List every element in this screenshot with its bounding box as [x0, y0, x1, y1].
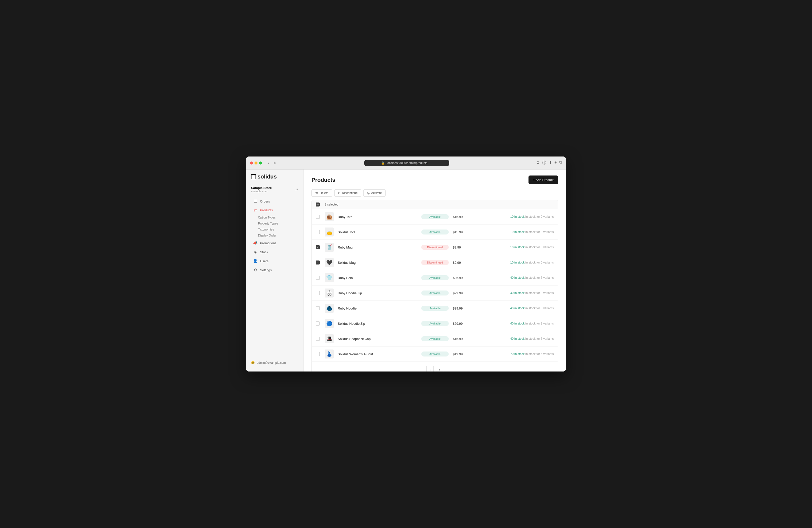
add-product-button[interactable]: + Add Product [528, 176, 558, 184]
logo-icon: [] [251, 174, 256, 179]
sidebar-item-products[interactable]: 🏷 Products [248, 206, 301, 214]
delete-button[interactable]: 🗑 Delete [311, 189, 332, 197]
product-name: Solidus Tote [338, 230, 417, 234]
row-checkbox[interactable] [316, 291, 320, 295]
settings-icon[interactable]: ✳ [272, 161, 277, 165]
table-row: 👗 Solidus Women's T-Shirt Available $19.… [312, 347, 558, 362]
maximize-button[interactable] [259, 161, 262, 164]
row-checkbox[interactable] [316, 276, 320, 280]
prev-page-button[interactable]: ‹ [426, 366, 434, 371]
sidebar-footer: 😊 admin@example.com [246, 358, 303, 367]
product-image: 🎩 [325, 334, 334, 343]
status-badge: Available [421, 230, 449, 235]
product-image: 👕 [325, 273, 334, 282]
status-badge: Discontinued [421, 260, 449, 265]
user-avatar-icon: 😊 [251, 361, 255, 365]
gear-icon[interactable]: ⚙ [536, 160, 540, 165]
products-table: 2 selected. 👜 Ruby Tote Available $15.99… [311, 200, 558, 371]
stock-count: 40 in stock [510, 337, 524, 340]
stock-info: 40 in stock in stock for 3 variants [474, 322, 554, 325]
stock-count: 40 in stock [510, 276, 524, 279]
sidebar-item-option-types[interactable]: Option Types [246, 215, 303, 220]
product-price: $26.99 [453, 276, 470, 280]
row-checkbox[interactable] [316, 215, 320, 219]
row-checkbox[interactable] [316, 322, 320, 325]
select-all-checkbox[interactable] [316, 203, 320, 206]
row-checkbox[interactable] [316, 261, 320, 264]
delete-label: Delete [320, 191, 329, 195]
row-checkbox[interactable] [316, 337, 320, 341]
sidebar-item-users[interactable]: 👤 Users [248, 257, 301, 265]
row-checkbox[interactable] [316, 230, 320, 234]
products-icon: 🏷 [253, 208, 258, 212]
sidebar-item-settings[interactable]: ⚙ Settings [248, 266, 301, 274]
stock-variants: in stock for 3 variants [525, 307, 554, 310]
stock-variants: in stock for 3 variants [525, 291, 554, 295]
stock-variants: in stock for 0 variants [525, 261, 554, 264]
activate-button[interactable]: ◎ Activate [363, 189, 386, 197]
sidebar-item-promotions[interactable]: 📣 Promotions [248, 239, 301, 247]
table-header: 2 selected. [312, 200, 558, 209]
discontinue-icon: ⊙ [338, 191, 340, 195]
product-price: $29.99 [453, 291, 470, 295]
row-checkbox[interactable] [316, 306, 320, 310]
row-checkbox[interactable] [316, 245, 320, 249]
settings-nav-icon: ⚙ [253, 268, 258, 272]
product-price: $15.99 [453, 337, 470, 341]
product-name: Solidus Snapback Cap [338, 337, 417, 341]
nav-arrows: ‹ ✳ [267, 161, 277, 165]
content-header: Products + Add Product [311, 176, 558, 184]
stock-variants: in stock for 6 variants [525, 352, 554, 356]
stock-icon: ◈ [253, 250, 258, 254]
close-button[interactable] [250, 161, 253, 164]
product-image: 🔵 [325, 319, 334, 328]
status-badge: Available [421, 352, 449, 356]
sidebar-item-property-types[interactable]: Property Types [246, 220, 303, 226]
next-page-button[interactable]: › [436, 366, 443, 371]
plus-icon[interactable]: + [554, 160, 557, 165]
stock-info: 40 in stock in stock for 3 variants [474, 291, 554, 295]
store-name: Sample Store [251, 186, 272, 190]
stock-info: 70 in stock in stock for 6 variants [474, 352, 554, 356]
stock-info: 40 in stock in stock for 3 variants [474, 307, 554, 310]
logo: [] solidus [246, 174, 303, 184]
product-name: Ruby Hoodie Zip [338, 291, 417, 295]
table-row: 🧥 Ruby Hoodie Available $29.99 40 in sto… [312, 301, 558, 316]
status-badge: Available [421, 336, 449, 341]
stock-count: 40 in stock [510, 322, 524, 325]
stock-info: 9 in stock in stock for 0 variants [474, 230, 554, 234]
product-image: 🧥 [325, 304, 334, 313]
stock-count: 9 in stock [512, 230, 525, 234]
stock-variants: in stock for 0 variants [525, 230, 554, 234]
product-price: $19.99 [453, 352, 470, 356]
discontinue-button[interactable]: ⊙ Discontinue [334, 189, 362, 197]
tabs-icon[interactable]: ⧉ [559, 160, 562, 165]
table-row: 🎩 Solidus Snapback Cap Available $15.99 … [312, 331, 558, 347]
stock-count: 10 in stock [510, 215, 524, 219]
delete-icon: 🗑 [315, 191, 318, 195]
sidebar: [] solidus Sample Store example.com ↗ ☰ … [246, 170, 304, 371]
sidebar-item-display-order[interactable]: Display Order [246, 233, 303, 238]
stock-variants: in stock for 0 variants [525, 246, 554, 249]
row-checkbox[interactable] [316, 352, 320, 356]
product-image: 🖤 [325, 258, 334, 267]
sidebar-item-orders[interactable]: ☰ Orders [248, 197, 301, 205]
product-name: Solidus Hoodie Zip [338, 322, 417, 325]
share-icon[interactable]: ⬆ [549, 160, 552, 165]
status-badge: Available [421, 306, 449, 311]
stock-info: 40 in stock in stock for 3 variants [474, 337, 554, 340]
sidebar-item-stock[interactable]: ◈ Stock [248, 248, 301, 256]
back-button[interactable]: ‹ [267, 161, 270, 165]
stock-variants: in stock for 0 variants [525, 215, 554, 219]
store-link-icon[interactable]: ↗ [295, 188, 298, 191]
sidebar-item-taxonomies[interactable]: Taxonomies [246, 226, 303, 233]
product-price: $29.99 [453, 322, 470, 325]
store-info: Sample Store example.com ↗ [246, 184, 303, 197]
titlebar-center: 🔒 localhost:3000/admin/products ⋯ [280, 160, 533, 166]
table-row: 🥤 Ruby Mug Discontinued $9.99 10 in stoc… [312, 240, 558, 255]
minimize-button[interactable] [255, 161, 258, 164]
address-bar[interactable]: 🔒 localhost:3000/admin/products ⋯ [364, 160, 449, 166]
stock-count: 70 in stock [510, 352, 524, 356]
stock-info: 10 in stock in stock for 0 variants [474, 246, 554, 249]
info-icon[interactable]: ⓘ [542, 160, 546, 165]
